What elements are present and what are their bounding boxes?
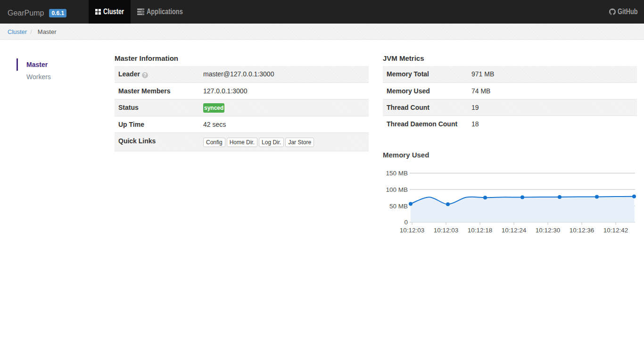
- svg-text:10:12:30: 10:12:30: [536, 227, 561, 234]
- svg-text:50 MB: 50 MB: [389, 203, 408, 210]
- svg-text:10:12:03: 10:12:03: [434, 227, 459, 234]
- svg-text:100 MB: 100 MB: [386, 186, 408, 193]
- svg-text:10:12:42: 10:12:42: [603, 227, 628, 234]
- svg-text:10:12:24: 10:12:24: [502, 227, 527, 234]
- svg-text:0: 0: [404, 219, 408, 226]
- svg-text:10:12:03: 10:12:03: [400, 227, 425, 234]
- svg-text:10:12:36: 10:12:36: [570, 227, 594, 234]
- svg-text:10:12:18: 10:12:18: [468, 227, 493, 234]
- svg-text:150 MB: 150 MB: [386, 170, 408, 177]
